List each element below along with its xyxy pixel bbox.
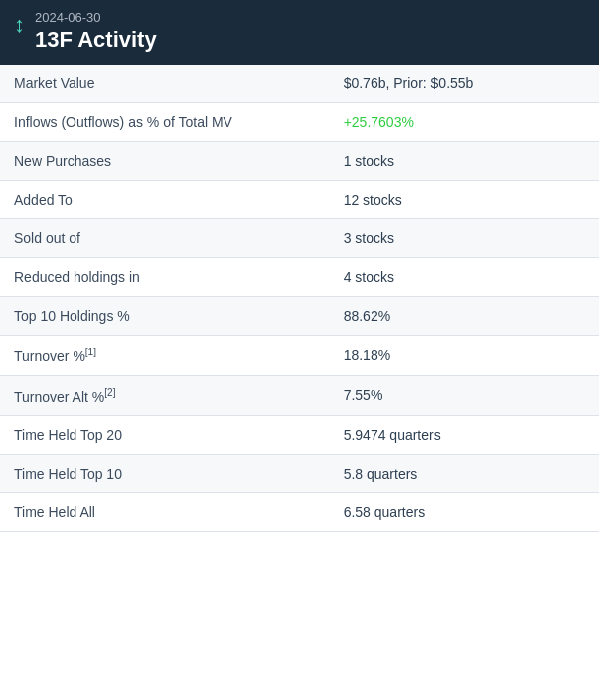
table-row: Time Held Top 105.8 quarters (0, 455, 599, 493)
row-value: 12 stocks (330, 181, 599, 219)
data-table: Market Value$0.76b, Prior: $0.55bInflows… (0, 65, 599, 532)
row-label: Time Held Top 20 (0, 416, 330, 455)
row-value: 7.55% (330, 375, 599, 416)
row-value: 5.9474 quarters (330, 416, 599, 455)
row-label: Top 10 Holdings % (0, 297, 330, 336)
row-label: Market Value (0, 65, 330, 103)
row-label: Turnover %[1] (0, 336, 330, 376)
row-value: 5.8 quarters (330, 455, 599, 493)
row-label: New Purchases (0, 142, 330, 181)
row-label: Added To (0, 181, 330, 219)
header-date: 2024-06-30 (35, 10, 157, 25)
header-content: 2024-06-30 13F Activity (35, 10, 157, 53)
activity-icon: ↕ (14, 14, 25, 36)
row-label: Inflows (Outflows) as % of Total MV (0, 103, 330, 142)
row-value: 88.62% (330, 297, 599, 336)
table-row: Top 10 Holdings %88.62% (0, 297, 599, 336)
table-row: New Purchases1 stocks (0, 142, 599, 181)
row-label: Sold out of (0, 219, 330, 258)
header-title: 13F Activity (35, 27, 157, 53)
table-row: Sold out of3 stocks (0, 219, 599, 258)
row-value: 3 stocks (330, 219, 599, 258)
row-label: Time Held Top 10 (0, 455, 330, 493)
table-row: Reduced holdings in4 stocks (0, 258, 599, 297)
row-value: 4 stocks (330, 258, 599, 297)
table-row: Turnover Alt %[2]7.55% (0, 375, 599, 416)
row-value: +25.7603% (330, 103, 599, 142)
row-value: 1 stocks (330, 142, 599, 181)
row-value: 6.58 quarters (330, 493, 599, 532)
header: ↕ 2024-06-30 13F Activity (0, 0, 599, 65)
table-row: Inflows (Outflows) as % of Total MV+25.7… (0, 103, 599, 142)
row-label: Time Held All (0, 493, 330, 532)
table-row: Market Value$0.76b, Prior: $0.55b (0, 65, 599, 103)
table-row: Time Held Top 205.9474 quarters (0, 416, 599, 455)
table-row: Time Held All6.58 quarters (0, 493, 599, 532)
row-label: Reduced holdings in (0, 258, 330, 297)
row-value: 18.18% (330, 336, 599, 376)
row-value: $0.76b, Prior: $0.55b (330, 65, 599, 103)
table-row: Added To12 stocks (0, 181, 599, 219)
row-label: Turnover Alt %[2] (0, 375, 330, 416)
table-row: Turnover %[1]18.18% (0, 336, 599, 376)
